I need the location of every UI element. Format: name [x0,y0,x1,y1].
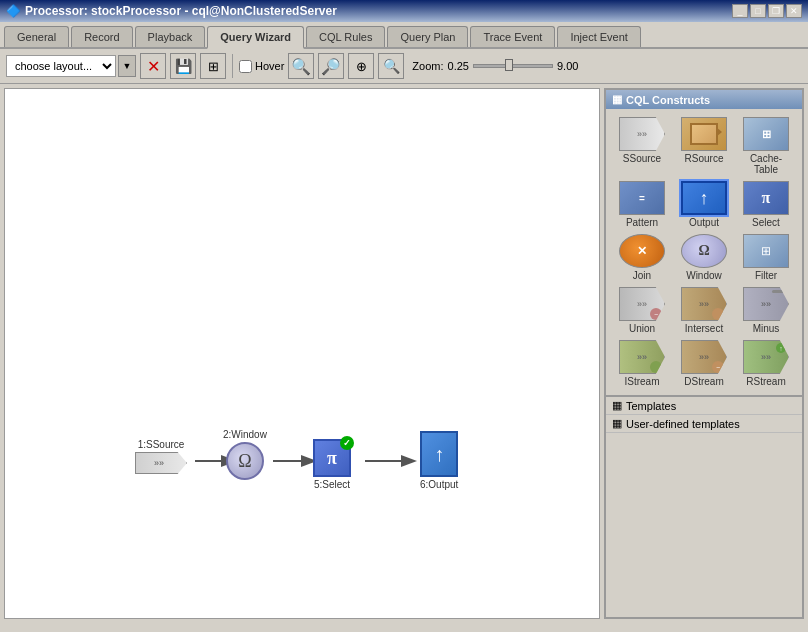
construct-rsource[interactable]: RSource [676,117,732,175]
construct-cache-table[interactable]: ⊞ Cache-Table [738,117,794,175]
minimize-button[interactable]: _ [732,4,748,18]
tab-playback[interactable]: Playback [135,26,206,47]
templates-label: Templates [626,400,676,412]
ssource-shape: »» [135,452,187,474]
ssource-arrows: »» [154,458,164,468]
zoom-max: 9.00 [557,60,578,72]
grid-button[interactable]: ⊞ [200,53,226,79]
construct-dstream[interactable]: »» − DStream [676,340,732,387]
construct-dstream-icon: »» − [681,340,727,374]
dropdown-arrow[interactable]: ▼ [118,55,136,77]
tab-cql-rules[interactable]: CQL Rules [306,26,385,47]
cql-constructs-header: ▦ CQL Constructs [606,90,802,109]
node-select[interactable]: π ✓ 5:Select [313,439,351,490]
construct-output[interactable]: ↑ Output [676,181,732,228]
user-templates-panel-tab[interactable]: ▦ User-defined templates [606,415,802,433]
construct-istream-label: IStream [624,376,659,387]
construct-window-icon: Ω [681,234,727,268]
hover-label: Hover [255,60,284,72]
construct-minus-label: Minus [753,323,780,334]
toolbar-separator-1 [232,54,233,78]
construct-ssource-label: SSource [623,153,661,164]
user-templates-label: User-defined templates [626,418,740,430]
construct-minus[interactable]: »» Minus [738,287,794,334]
node-ssource-top-label: 1:SSource [138,439,185,450]
templates-panel-tab[interactable]: ▦ Templates [606,396,802,415]
construct-rstream-icon: »» ↑ [743,340,789,374]
construct-istream-icon: »» [619,340,665,374]
node-output[interactable]: ↑ 6:Output [420,431,458,490]
construct-select-label: Select [752,217,780,228]
zoom-in-button[interactable]: 🔍 [288,53,314,79]
maximize-button[interactable]: □ [750,4,766,18]
main-content: 1:SSource »» 2:Window Ω π ✓ 5:Select ↑ [0,84,808,623]
layout-dropdown[interactable]: choose layout... [6,55,116,77]
construct-intersect[interactable]: »» Intersect [676,287,732,334]
zoom-label: Zoom: [412,60,443,72]
construct-union[interactable]: »» − Union [614,287,670,334]
construct-minus-icon: »» [743,287,789,321]
construct-window-label: Window [686,270,722,281]
delete-button[interactable]: ✕ [140,53,166,79]
node-window[interactable]: 2:Window Ω [223,429,267,480]
construct-rstream-label: RStream [746,376,785,387]
construct-join[interactable]: ✕ Join [614,234,670,281]
close-button[interactable]: ✕ [786,4,802,18]
construct-filter-label: Filter [755,270,777,281]
construct-pattern[interactable]: = Pattern [614,181,670,228]
pi-symbol: π [327,448,337,469]
construct-rsource-label: RSource [685,153,724,164]
tab-query-plan[interactable]: Query Plan [387,26,468,47]
construct-istream[interactable]: »» IStream [614,340,670,387]
tab-inject-event[interactable]: Inject Event [557,26,640,47]
construct-select-icon: π [743,181,789,215]
zoom-min: 0.25 [448,60,469,72]
tab-trace-event[interactable]: Trace Event [470,26,555,47]
app-icon: 🔷 [6,4,21,18]
right-panel: ▦ CQL Constructs »» SSource [604,88,804,619]
select-label: 5:Select [314,479,350,490]
canvas-area[interactable]: 1:SSource »» 2:Window Ω π ✓ 5:Select ↑ [4,88,600,619]
construct-filter[interactable]: ⊞ Filter [738,234,794,281]
construct-pattern-label: Pattern [626,217,658,228]
window-title: Processor: stockProcessor - cql@NonClust… [25,4,337,18]
construct-ssource-icon: »» [619,117,665,151]
hover-checkbox[interactable] [239,60,252,73]
restore-button[interactable]: ❐ [768,4,784,18]
zoom-out-button[interactable]: 🔍 [318,53,344,79]
save-button[interactable]: 💾 [170,53,196,79]
title-bar-controls[interactable]: _ □ ❐ ✕ [732,4,802,18]
layout-select-group: choose layout... ▼ [6,55,136,77]
construct-select[interactable]: π Select [738,181,794,228]
hover-checkbox-group: Hover [239,60,284,73]
title-bar-left: 🔷 Processor: stockProcessor - cql@NonClu… [6,4,337,18]
zoom-thumb[interactable] [505,59,513,71]
select-checkmark: ✓ [340,436,354,450]
window-shape: Ω [226,442,264,480]
construct-filter-icon: ⊞ [743,234,789,268]
omega-symbol: Ω [238,451,251,472]
fit-button[interactable]: ⊕ [348,53,374,79]
tab-query-wizard[interactable]: Query Wizard [207,26,304,49]
canvas-arrows [5,89,599,618]
zoom-area: Zoom: 0.25 9.00 [412,59,578,73]
search-button[interactable]: 🔍 [378,53,404,79]
node-ssource[interactable]: 1:SSource »» [135,439,187,474]
user-templates-icon: ▦ [612,417,622,430]
output-label: 6:Output [420,479,458,490]
construct-intersect-label: Intersect [685,323,723,334]
construct-ssource[interactable]: »» SSource [614,117,670,175]
construct-output-label: Output [689,217,719,228]
construct-intersect-icon: »» [681,287,727,321]
cql-constructs-panel: ▦ CQL Constructs »» SSource [604,88,804,619]
construct-union-label: Union [629,323,655,334]
tab-general[interactable]: General [4,26,69,47]
construct-rstream[interactable]: »» ↑ RStream [738,340,794,387]
construct-pattern-icon: = [619,181,665,215]
construct-dstream-label: DStream [684,376,723,387]
tab-record[interactable]: Record [71,26,132,47]
construct-window[interactable]: Ω Window [676,234,732,281]
zoom-slider[interactable] [473,59,553,73]
construct-cache-table-icon: ⊞ [743,117,789,151]
toolbar: choose layout... ▼ ✕ 💾 ⊞ Hover 🔍 🔍 ⊕ 🔍 Z… [0,49,808,84]
